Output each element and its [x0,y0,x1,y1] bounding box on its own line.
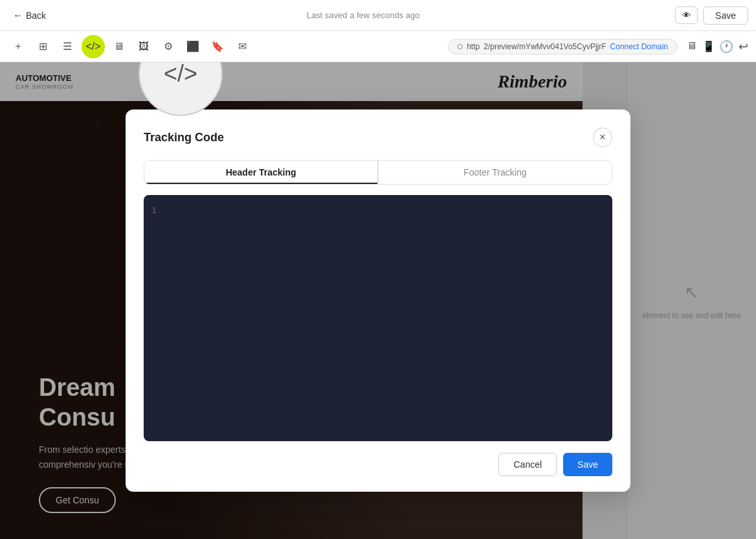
modal-tabs: Header Tracking Footer Tracking [144,160,612,185]
annotation-code-icon: </> [164,62,197,87]
line-number-1: 1 [151,205,157,215]
modal-overlay: </> Tracking Code × Header Tracking Foot… [0,62,756,539]
url-prefix: http [467,42,480,51]
tab-header-tracking[interactable]: Header Tracking [144,161,377,184]
preview-icon: 👁 [682,10,691,20]
url-protocol-dot [458,44,463,49]
back-label: Back [26,10,46,21]
back-button[interactable]: ← Back [8,7,51,24]
back-arrow-icon: ← [13,10,23,21]
save-button-top[interactable]: Save [703,6,748,25]
page-background: AUTOMOTIVE CAR SHOWROOM Rimberio Dream C… [0,62,756,539]
close-icon: × [599,132,605,143]
modal-header: Tracking Code × [144,128,612,147]
tracking-code-modal: </> Tracking Code × Header Tracking Foot… [126,109,630,492]
tab-footer-tracking[interactable]: Footer Tracking [379,161,612,184]
code-editor[interactable]: 1 [144,195,612,441]
modal-title: Tracking Code [144,131,224,144]
layers-icon[interactable]: ⊞ [32,36,53,57]
right-toolbar-icons: 🕐 ↩ [719,40,748,54]
save-button-modal[interactable]: Save [563,453,612,476]
settings-icon[interactable]: ⚙ [158,36,179,57]
bookmark-icon[interactable]: 🔖 [207,36,228,57]
modal-footer: Cancel Save [144,453,612,476]
url-bar: http 2/preview/mYwMvv041Vo5CyvPjjrF Conn… [448,39,678,54]
media-icon[interactable]: 🖼 [133,36,154,57]
cancel-button[interactable]: Cancel [498,453,557,476]
top-bar: ← Back Last saved a few seconds ago 👁 Sa… [0,0,756,31]
modal-close-button[interactable]: × [593,128,612,147]
email-icon[interactable]: ✉ [232,36,252,57]
mobile-view-icon[interactable]: 📱 [702,40,715,52]
frame-icon[interactable]: ⬛ [183,36,203,57]
view-toggle: 🖥 📱 [687,40,715,52]
preview-button[interactable]: 👁 [675,6,698,24]
connect-domain-link[interactable]: Connect Domain [610,42,668,51]
desktop-view-icon[interactable]: 🖥 [687,40,697,52]
toolbar: ＋ ⊞ ☰ </> 🖥 🖼 ⚙ ⬛ 🔖 ✉ http 2/preview/mYw… [0,31,756,62]
undo-icon[interactable]: ↩ [739,40,748,54]
pages-icon[interactable]: ☰ [57,36,78,57]
url-path: 2/preview/mYwMvv041Vo5CyvPjjrF [484,42,606,51]
saved-status: Last saved a few seconds ago [56,10,670,20]
history-icon[interactable]: 🕐 [719,40,733,54]
code-icon[interactable]: </> [82,35,105,58]
components-icon[interactable]: 🖥 [109,36,129,57]
code-icon-annotation: </> [139,62,223,116]
add-icon[interactable]: ＋ [8,36,28,57]
